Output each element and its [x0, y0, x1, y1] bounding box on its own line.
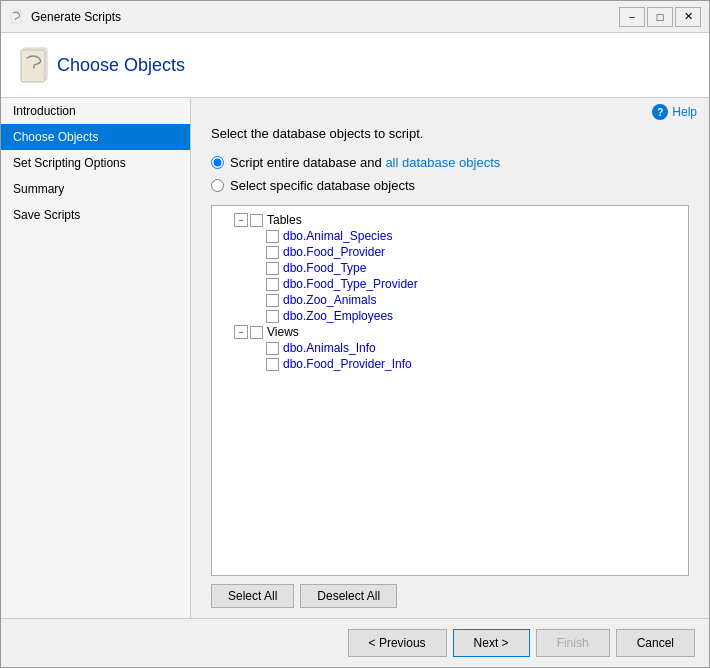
tree-node-food-type-provider[interactable]: dbo.Food_Type_Provider [218, 276, 682, 292]
sidebar-item-summary[interactable]: Summary [1, 176, 190, 202]
tree-label-views: Views [267, 325, 299, 339]
radio-entire-text: Script entire database and all database … [230, 155, 500, 170]
radio-specific-label[interactable]: Select specific database objects [211, 178, 689, 193]
radio-entire[interactable] [211, 156, 224, 169]
svg-rect-2 [21, 50, 45, 82]
titlebar: Generate Scripts − □ ✕ [1, 1, 709, 33]
sidebar-item-save-scripts[interactable]: Save Scripts [1, 202, 190, 228]
radio-group: Script entire database and all database … [211, 155, 689, 193]
sidebar-item-set-scripting-options[interactable]: Set Scripting Options [1, 150, 190, 176]
tree-toggle-views[interactable]: − [234, 325, 248, 339]
tree-action-buttons: Select All Deselect All [211, 584, 689, 608]
minimize-button[interactable]: − [619, 7, 645, 27]
sidebar: Introduction Choose Objects Set Scriptin… [1, 98, 191, 618]
maximize-button[interactable]: □ [647, 7, 673, 27]
tree-node-views-parent[interactable]: − Views [218, 324, 682, 340]
radio-entire-blue-text: all database objects [385, 155, 500, 170]
tree-toggle-tables[interactable]: − [234, 213, 248, 227]
tree-label-food-provider: dbo.Food_Provider [283, 245, 385, 259]
finish-button[interactable]: Finish [536, 629, 610, 657]
tree-node-zoo-employees[interactable]: dbo.Zoo_Employees [218, 308, 682, 324]
app-icon [9, 9, 25, 25]
tree-node-animal-species[interactable]: dbo.Animal_Species [218, 228, 682, 244]
tree-label-animals-info: dbo.Animals_Info [283, 341, 376, 355]
page-title: Choose Objects [57, 55, 185, 76]
cancel-button[interactable]: Cancel [616, 629, 695, 657]
tree-node-food-type[interactable]: dbo.Food_Type [218, 260, 682, 276]
tree-label-food-provider-info: dbo.Food_Provider_Info [283, 357, 412, 371]
radio-entire-label[interactable]: Script entire database and all database … [211, 155, 689, 170]
main-content: Introduction Choose Objects Set Scriptin… [1, 98, 709, 618]
instruction-text: Select the database objects to script. [211, 126, 689, 141]
tree-node-zoo-animals[interactable]: dbo.Zoo_Animals [218, 292, 682, 308]
sidebar-item-choose-objects[interactable]: Choose Objects [1, 124, 190, 150]
next-button[interactable]: Next > [453, 629, 530, 657]
tree-checkbox-food-type-provider[interactable] [266, 278, 279, 291]
tree-checkbox-tables[interactable] [250, 214, 263, 227]
close-button[interactable]: ✕ [675, 7, 701, 27]
tree-node-food-provider[interactable]: dbo.Food_Provider [218, 244, 682, 260]
tree-container[interactable]: − Tables dbo.Animal_Species [211, 205, 689, 576]
deselect-all-button[interactable]: Deselect All [300, 584, 397, 608]
tree-checkbox-food-provider-info[interactable] [266, 358, 279, 371]
tree-checkbox-zoo-animals[interactable] [266, 294, 279, 307]
previous-button[interactable]: < Previous [348, 629, 447, 657]
tree-checkbox-food-type[interactable] [266, 262, 279, 275]
tree-label-food-type: dbo.Food_Type [283, 261, 366, 275]
help-label: Help [672, 105, 697, 119]
tree-label-zoo-animals: dbo.Zoo_Animals [283, 293, 376, 307]
tree-checkbox-food-provider[interactable] [266, 246, 279, 259]
header-icon [17, 45, 57, 85]
page-header: Choose Objects [1, 33, 709, 98]
tree-label-animal-species: dbo.Animal_Species [283, 229, 392, 243]
help-icon: ? [652, 104, 668, 120]
tree-label-food-type-provider: dbo.Food_Type_Provider [283, 277, 418, 291]
tree-node-tables-parent[interactable]: − Tables [218, 212, 682, 228]
footer: < Previous Next > Finish Cancel [1, 618, 709, 667]
panel-content: Select the database objects to script. S… [191, 126, 709, 618]
tree-node-food-provider-info[interactable]: dbo.Food_Provider_Info [218, 356, 682, 372]
tree-checkbox-zoo-employees[interactable] [266, 310, 279, 323]
tree-label-zoo-employees: dbo.Zoo_Employees [283, 309, 393, 323]
tree-checkbox-animal-species[interactable] [266, 230, 279, 243]
select-all-button[interactable]: Select All [211, 584, 294, 608]
tree-checkbox-views[interactable] [250, 326, 263, 339]
window: Generate Scripts − □ ✕ Choose Objects In… [0, 0, 710, 668]
right-panel: ? Help Select the database objects to sc… [191, 98, 709, 618]
tree-checkbox-animals-info[interactable] [266, 342, 279, 355]
radio-specific[interactable] [211, 179, 224, 192]
window-controls: − □ ✕ [619, 7, 701, 27]
radio-specific-text: Select specific database objects [230, 178, 415, 193]
tree-label-tables: Tables [267, 213, 302, 227]
window-title: Generate Scripts [31, 10, 619, 24]
sidebar-item-introduction[interactable]: Introduction [1, 98, 190, 124]
help-bar: ? Help [191, 98, 709, 126]
help-link[interactable]: ? Help [652, 104, 697, 120]
tree-node-animals-info[interactable]: dbo.Animals_Info [218, 340, 682, 356]
